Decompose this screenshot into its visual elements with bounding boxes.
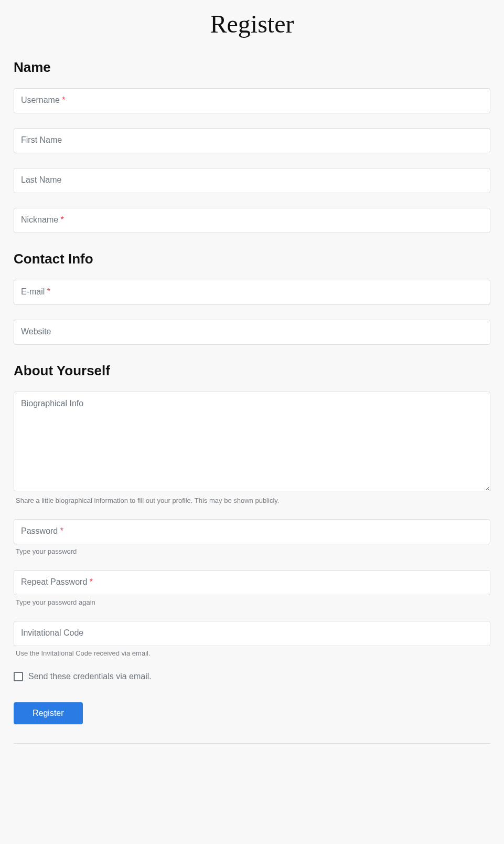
username-input[interactable] [14,88,490,113]
send-credentials-label: Send these credentials via email. [28,672,152,681]
first-name-input[interactable] [14,128,490,153]
field-password: Password * Type your password [14,519,490,555]
last-name-input[interactable] [14,168,490,193]
field-bio: Biographical Info Share a little biograp… [14,392,490,504]
section-heading-name: Name [14,59,490,76]
field-nickname: Nickname * [14,208,490,233]
nickname-input[interactable] [14,208,490,233]
bio-textarea[interactable] [14,392,490,491]
section-heading-contact: Contact Info [14,251,490,267]
bio-hint: Share a little biographical information … [14,497,490,504]
field-repeat-password: Repeat Password * Type your password aga… [14,570,490,606]
field-invite: Invitational Code Use the Invitational C… [14,621,490,657]
send-credentials-row: Send these credentials via email. [14,672,490,681]
field-email: E-mail * [14,280,490,305]
password-hint: Type your password [14,547,490,555]
invite-hint: Use the Invitational Code received via e… [14,649,490,657]
password-input[interactable] [14,519,490,544]
page-title: Register [14,9,490,38]
field-first-name: First Name [14,128,490,153]
send-credentials-checkbox[interactable] [14,672,23,681]
field-username: Username * [14,88,490,113]
register-button[interactable]: Register [14,702,83,724]
invite-input[interactable] [14,621,490,646]
field-website: Website [14,320,490,345]
section-heading-about: About Yourself [14,363,490,379]
email-input[interactable] [14,280,490,305]
website-input[interactable] [14,320,490,345]
repeat-password-input[interactable] [14,570,490,595]
divider [14,743,490,744]
register-form: Register Name Username * First Name Last… [0,0,504,769]
repeat-password-hint: Type your password again [14,598,490,606]
field-last-name: Last Name [14,168,490,193]
